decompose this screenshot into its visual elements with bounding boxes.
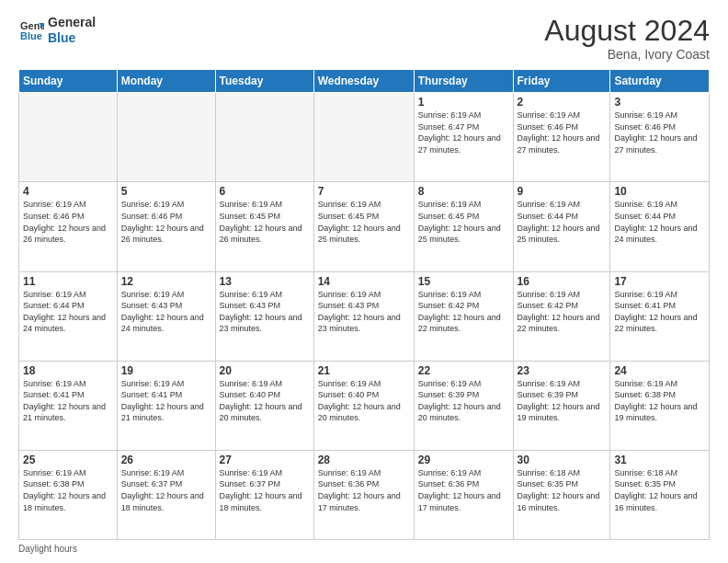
col-monday: Monday [117,70,215,93]
day-info: Sunrise: 6:19 AMSunset: 6:38 PMDaylight:… [614,379,697,423]
day-info: Sunrise: 6:19 AMSunset: 6:47 PMDaylight:… [418,110,501,155]
day-number: 17 [614,275,705,288]
calendar-cell: 22Sunrise: 6:19 AMSunset: 6:39 PMDayligh… [414,361,513,450]
day-info: Sunrise: 6:19 AMSunset: 6:37 PMDaylight:… [220,468,302,512]
calendar-cell: 4Sunrise: 6:19 AMSunset: 6:46 PMDaylight… [19,182,118,271]
day-number: 14 [318,275,410,288]
calendar-cell: 29Sunrise: 6:19 AMSunset: 6:36 PMDayligh… [414,450,513,539]
day-info: Sunrise: 6:19 AMSunset: 6:46 PMDaylight:… [121,200,204,244]
day-number: 24 [614,364,705,377]
col-sunday: Sunday [19,70,118,93]
day-number: 23 [518,364,607,377]
calendar-cell: 26Sunrise: 6:19 AMSunset: 6:37 PMDayligh… [117,450,215,539]
day-number: 30 [518,454,607,466]
day-number: 25 [23,454,113,466]
day-info: Sunrise: 6:19 AMSunset: 6:43 PMDaylight:… [220,290,302,334]
calendar-cell: 16Sunrise: 6:19 AMSunset: 6:42 PMDayligh… [513,271,610,361]
day-number: 26 [121,454,211,466]
day-info: Sunrise: 6:19 AMSunset: 6:40 PMDaylight:… [220,379,302,423]
logo: General Blue General Blue [18,15,96,46]
day-info: Sunrise: 6:19 AMSunset: 6:46 PMDaylight:… [23,200,106,244]
calendar-cell: 20Sunrise: 6:19 AMSunset: 6:40 PMDayligh… [215,361,313,450]
calendar-cell: 5Sunrise: 6:19 AMSunset: 6:46 PMDaylight… [117,182,215,271]
day-number: 11 [23,275,113,288]
calendar-cell: 2Sunrise: 6:19 AMSunset: 6:46 PMDaylight… [513,93,610,182]
day-info: Sunrise: 6:19 AMSunset: 6:42 PMDaylight:… [518,290,600,334]
day-number: 12 [121,275,211,288]
calendar-cell: 1Sunrise: 6:19 AMSunset: 6:47 PMDaylight… [414,93,513,182]
day-number: 20 [220,364,310,377]
day-number: 1 [418,96,509,109]
calendar-cell: 23Sunrise: 6:19 AMSunset: 6:39 PMDayligh… [513,361,610,450]
calendar-cell: 18Sunrise: 6:19 AMSunset: 6:41 PMDayligh… [19,361,118,450]
day-number: 31 [614,454,705,466]
day-number: 22 [418,364,509,377]
calendar-cell: 13Sunrise: 6:19 AMSunset: 6:43 PMDayligh… [215,271,313,361]
calendar: Sunday Monday Tuesday Wednesday Thursday… [18,69,710,540]
page: General Blue General Blue August 2024 Be… [0,0,728,563]
day-info: Sunrise: 6:19 AMSunset: 6:44 PMDaylight:… [518,200,600,244]
footer: Daylight hours [18,544,710,554]
col-wednesday: Wednesday [313,70,414,93]
calendar-cell: 17Sunrise: 6:19 AMSunset: 6:41 PMDayligh… [610,271,710,361]
calendar-cell: 19Sunrise: 6:19 AMSunset: 6:41 PMDayligh… [117,361,215,450]
day-info: Sunrise: 6:19 AMSunset: 6:46 PMDaylight:… [614,110,697,155]
calendar-cell: 31Sunrise: 6:18 AMSunset: 6:35 PMDayligh… [610,450,710,539]
calendar-cell: 21Sunrise: 6:19 AMSunset: 6:40 PMDayligh… [313,361,414,450]
day-info: Sunrise: 6:19 AMSunset: 6:39 PMDaylight:… [418,379,501,423]
day-number: 6 [220,185,310,198]
logo-blue: Blue [48,30,96,46]
day-number: 7 [318,185,410,198]
day-number: 28 [318,454,410,466]
day-number: 9 [518,185,607,198]
day-number: 5 [121,185,211,198]
calendar-row-1: 4Sunrise: 6:19 AMSunset: 6:46 PMDaylight… [19,182,710,271]
calendar-body: 1Sunrise: 6:19 AMSunset: 6:47 PMDaylight… [19,93,710,540]
day-info: Sunrise: 6:19 AMSunset: 6:44 PMDaylight:… [23,290,106,334]
day-info: Sunrise: 6:19 AMSunset: 6:39 PMDaylight:… [518,379,600,423]
calendar-row-0: 1Sunrise: 6:19 AMSunset: 6:47 PMDaylight… [19,93,710,182]
calendar-cell: 7Sunrise: 6:19 AMSunset: 6:45 PMDaylight… [313,182,414,271]
calendar-cell: 11Sunrise: 6:19 AMSunset: 6:44 PMDayligh… [19,271,118,361]
title-block: August 2024 Bena, Ivory Coast [544,15,710,62]
day-info: Sunrise: 6:19 AMSunset: 6:46 PMDaylight:… [518,110,600,155]
day-number: 3 [614,96,705,109]
calendar-cell: 25Sunrise: 6:19 AMSunset: 6:38 PMDayligh… [19,450,118,539]
calendar-cell: 30Sunrise: 6:18 AMSunset: 6:35 PMDayligh… [513,450,610,539]
day-number: 10 [614,185,705,198]
day-info: Sunrise: 6:19 AMSunset: 6:37 PMDaylight:… [121,468,204,512]
calendar-cell: 27Sunrise: 6:19 AMSunset: 6:37 PMDayligh… [215,450,313,539]
day-number: 8 [418,185,509,198]
day-number: 18 [23,364,113,377]
calendar-cell: 3Sunrise: 6:19 AMSunset: 6:46 PMDaylight… [610,93,710,182]
calendar-cell: 6Sunrise: 6:19 AMSunset: 6:45 PMDaylight… [215,182,313,271]
calendar-cell [215,93,313,182]
calendar-header-row: Sunday Monday Tuesday Wednesday Thursday… [19,70,710,93]
calendar-cell [117,93,215,182]
calendar-row-2: 11Sunrise: 6:19 AMSunset: 6:44 PMDayligh… [19,271,710,361]
day-info: Sunrise: 6:19 AMSunset: 6:41 PMDaylight:… [23,379,106,423]
day-info: Sunrise: 6:19 AMSunset: 6:45 PMDaylight:… [220,200,302,244]
day-info: Sunrise: 6:19 AMSunset: 6:40 PMDaylight:… [318,379,401,423]
day-info: Sunrise: 6:19 AMSunset: 6:42 PMDaylight:… [418,290,501,334]
day-number: 2 [518,96,607,109]
logo-icon: General Blue [18,17,44,43]
day-number: 16 [518,275,607,288]
col-friday: Friday [513,70,610,93]
day-info: Sunrise: 6:19 AMSunset: 6:45 PMDaylight:… [418,200,501,244]
location: Bena, Ivory Coast [544,47,710,62]
day-info: Sunrise: 6:19 AMSunset: 6:36 PMDaylight:… [418,468,501,512]
day-number: 4 [23,185,113,198]
day-info: Sunrise: 6:19 AMSunset: 6:43 PMDaylight:… [121,290,204,334]
day-number: 13 [220,275,310,288]
day-info: Sunrise: 6:18 AMSunset: 6:35 PMDaylight:… [614,468,697,512]
day-number: 27 [220,454,310,466]
day-info: Sunrise: 6:18 AMSunset: 6:35 PMDaylight:… [518,468,600,512]
calendar-cell: 24Sunrise: 6:19 AMSunset: 6:38 PMDayligh… [610,361,710,450]
calendar-cell: 12Sunrise: 6:19 AMSunset: 6:43 PMDayligh… [117,271,215,361]
calendar-cell: 15Sunrise: 6:19 AMSunset: 6:42 PMDayligh… [414,271,513,361]
calendar-cell: 14Sunrise: 6:19 AMSunset: 6:43 PMDayligh… [313,271,414,361]
day-info: Sunrise: 6:19 AMSunset: 6:41 PMDaylight:… [614,290,697,334]
day-info: Sunrise: 6:19 AMSunset: 6:38 PMDaylight:… [23,468,106,512]
day-number: 29 [418,454,509,466]
